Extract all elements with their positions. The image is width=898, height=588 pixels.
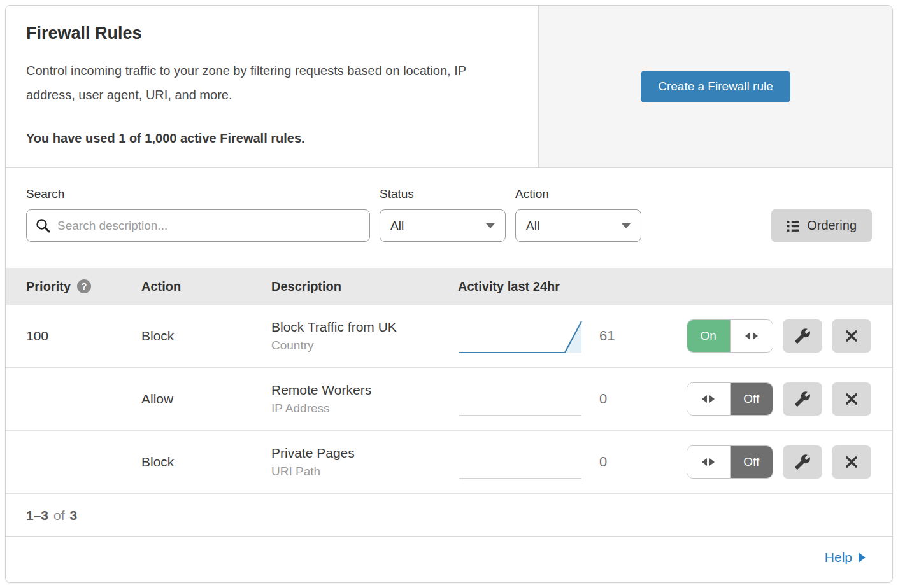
activity-sparkline [458,442,585,482]
activity-count: 0 [599,454,687,470]
ordering-button[interactable]: Ordering [771,209,872,242]
chevron-down-icon [486,223,495,228]
pagination-range: 1–3 [26,508,48,523]
rule-action: Allow [141,391,271,407]
table-header-row: Priority ? Action Description Activity l… [6,268,892,305]
status-select-value: All [390,219,486,233]
toggle-state-label: Off [731,383,773,415]
page-title: Firewall Rules [26,24,518,43]
edit-rule-button[interactable] [783,382,822,416]
rule-controls: Off [687,445,871,479]
rule-description-cell: Block Traffic from UK Country [271,319,458,353]
activity-sparkline [458,316,585,356]
column-header-action: Action [141,279,271,294]
toggle-state-label: On [687,320,730,352]
delete-rule-button[interactable] [832,382,871,416]
table-row: 100 Block Block Traffic from UK Country … [6,305,892,368]
wrench-icon [794,391,811,407]
pagination-total: 3 [70,508,78,523]
priority-help-icon[interactable]: ? [77,279,91,293]
toggle-drag-handle[interactable] [687,383,731,415]
close-icon [843,454,860,470]
pagination-bar: 1–3 of 3 [6,494,892,536]
activity-sparkline [458,379,585,419]
column-header-priority: Priority ? [26,279,141,294]
rule-description: Block Traffic from UK [271,319,458,335]
column-header-activity: Activity last 24hr [458,279,599,294]
triangle-right-icon [753,332,758,340]
status-select[interactable]: All [380,209,506,242]
triangle-right-icon [709,395,715,403]
triangle-left-icon [702,395,707,403]
toggle-drag-handle[interactable] [730,320,773,352]
ordered-list-icon [787,220,799,232]
triangle-left-icon [745,332,750,340]
rule-enable-toggle[interactable]: Off [687,445,773,479]
create-firewall-rule-button[interactable]: Create a Firewall rule [641,71,790,102]
search-input-wrap [26,209,370,242]
rule-description-cell: Private Pages URI Path [271,445,458,479]
header-text-panel: Firewall Rules Control incoming traffic … [6,6,538,167]
rule-match-type: IP Address [271,402,458,416]
action-select-value: All [526,219,622,233]
firewall-rules-card: Firewall Rules Control incoming traffic … [5,5,893,583]
search-filter-group: Search [26,187,370,242]
help-link-label: Help [825,550,852,565]
triangle-right-icon [709,458,715,466]
close-icon [843,328,860,344]
page-description: Control incoming traffic to your zone by… [26,59,518,107]
triangle-left-icon [702,458,707,466]
delete-rule-button[interactable] [832,445,871,479]
search-input[interactable] [26,209,370,242]
activity-header-label: Activity last 24hr [458,279,560,294]
rule-enable-toggle[interactable]: On [687,319,773,353]
chevron-down-icon [622,223,631,228]
wrench-icon [794,328,811,344]
rule-description: Remote Workers [271,382,458,398]
table-row: Block Private Pages URI Path 0 Off [6,431,892,494]
help-link[interactable]: Help [825,550,866,565]
header-action-panel: Create a Firewall rule [538,6,892,167]
wrench-icon [794,454,811,470]
action-select[interactable]: All [515,209,641,242]
rule-description: Private Pages [271,445,458,461]
close-icon [843,391,860,407]
status-label: Status [380,187,506,201]
rule-action: Block [141,454,271,470]
rule-enable-toggle[interactable]: Off [687,382,773,416]
edit-rule-button[interactable] [783,445,822,479]
rule-controls: Off [687,382,871,416]
help-bar: Help [6,536,892,577]
rule-description-cell: Remote Workers IP Address [271,382,458,416]
action-filter-group: Action All [515,187,641,242]
activity-count: 61 [599,328,687,344]
ordering-button-label: Ordering [807,218,857,233]
page-header: Firewall Rules Control incoming traffic … [6,6,892,168]
pagination-of-label: of [53,508,65,523]
description-header-label: Description [271,279,341,294]
search-icon [35,218,51,234]
column-header-description: Description [271,279,458,294]
toggle-state-label: Off [731,446,773,478]
search-label: Search [26,187,370,201]
filter-bar: Search Status All Action All [6,168,892,268]
rule-match-type: URI Path [271,465,458,479]
rule-priority: 100 [26,328,141,344]
action-header-label: Action [141,279,181,294]
usage-note: You have used 1 of 1,000 active Firewall… [26,131,518,146]
activity-count: 0 [599,391,687,407]
rule-action: Block [141,328,271,344]
rule-match-type: Country [271,339,458,353]
toggle-drag-handle[interactable] [687,446,731,478]
rule-controls: On [687,319,871,353]
delete-rule-button[interactable] [832,319,871,353]
action-label: Action [515,187,641,201]
priority-header-label: Priority [26,279,71,294]
table-row: Allow Remote Workers IP Address 0 Off [6,368,892,431]
edit-rule-button[interactable] [783,319,822,353]
arrow-right-icon [859,552,866,563]
status-filter-group: Status All [380,187,506,242]
